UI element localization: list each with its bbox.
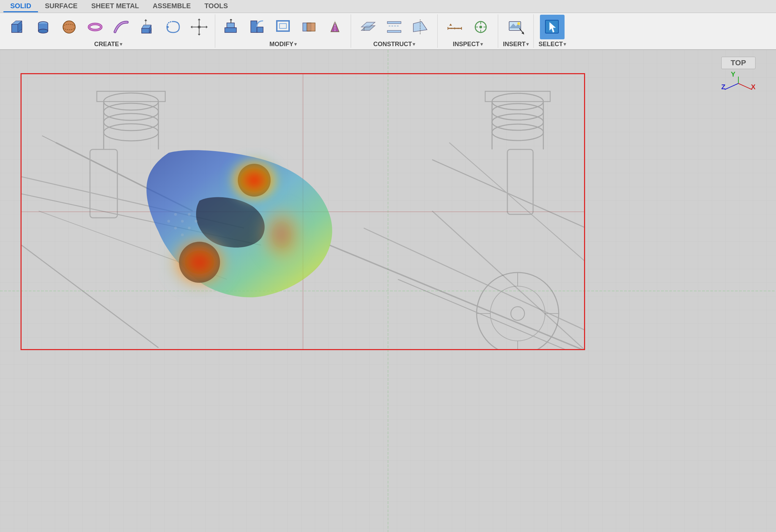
- select-label[interactable]: SELECT▾: [539, 41, 566, 48]
- svg-marker-28: [230, 19, 232, 20]
- insert-label[interactable]: INSERT▾: [503, 41, 529, 48]
- torus-tool-button[interactable]: [83, 15, 107, 39]
- modify-label[interactable]: MODIFY▾: [270, 41, 297, 48]
- svg-marker-24: [206, 26, 208, 28]
- crosshair-horizontal: [22, 212, 584, 212]
- insert-image-icon: [507, 18, 525, 36]
- press-pull-button[interactable]: [219, 15, 243, 39]
- construct-label[interactable]: CONSTRUCT▾: [373, 41, 415, 48]
- svg-point-110: [174, 213, 177, 216]
- svg-point-85: [492, 124, 543, 141]
- svg-line-75: [56, 143, 193, 211]
- draft-button[interactable]: [323, 15, 347, 39]
- mechanical-drawing-bg: [22, 74, 584, 349]
- svg-rect-41: [387, 30, 401, 32]
- svg-rect-77: [90, 149, 117, 218]
- svg-line-78: [22, 177, 244, 228]
- svg-rect-88: [485, 91, 550, 102]
- select-button[interactable]: [540, 15, 565, 39]
- svg-marker-21: [198, 18, 201, 20]
- create-label[interactable]: CREATE▾: [94, 41, 122, 48]
- revolve-icon: [164, 18, 182, 36]
- svg-line-81: [22, 245, 158, 348]
- svg-point-105: [181, 220, 184, 223]
- combine-button[interactable]: [297, 15, 321, 39]
- svg-line-89: [432, 160, 584, 228]
- svg-marker-51: [449, 24, 452, 26]
- svg-marker-16: [144, 19, 147, 21]
- insert-group: INSERT▾: [498, 14, 534, 48]
- svg-point-83: [492, 104, 543, 120]
- axis-lines: [721, 77, 755, 90]
- svg-marker-22: [198, 34, 201, 36]
- svg-marker-17: [167, 25, 169, 29]
- construct-plane-icon: [411, 18, 429, 36]
- insert-image-button[interactable]: [504, 15, 528, 39]
- select-group: SELECT▾: [534, 14, 571, 48]
- pipe-tool-button[interactable]: [109, 15, 133, 39]
- press-pull-icon: [222, 18, 240, 36]
- fillet-button[interactable]: [245, 15, 269, 39]
- revolve-tool-button[interactable]: [161, 15, 185, 39]
- svg-point-109: [188, 227, 191, 229]
- svg-point-114: [165, 231, 234, 293]
- svg-point-103: [238, 164, 271, 197]
- svg-line-94: [364, 228, 584, 331]
- torus-icon: [86, 18, 104, 36]
- svg-line-90: [449, 143, 584, 262]
- svg-point-115: [254, 201, 309, 269]
- svg-line-118: [738, 83, 752, 90]
- combine-icon: [300, 18, 318, 36]
- move-tool-button[interactable]: [187, 15, 211, 39]
- svg-point-97: [490, 286, 545, 341]
- box-icon: [8, 18, 26, 36]
- svg-point-68: [104, 93, 158, 110]
- svg-point-96: [477, 272, 559, 349]
- svg-line-76: [42, 136, 179, 204]
- inspect-landscape-button[interactable]: [468, 15, 493, 39]
- select-icon: [543, 18, 561, 36]
- sphere-tool-button[interactable]: [57, 15, 81, 39]
- svg-line-92: [432, 211, 584, 349]
- svg-point-5: [38, 29, 48, 33]
- modify-group: MODIFY▾: [215, 14, 351, 48]
- tab-assemble[interactable]: ASSEMBLE: [146, 1, 197, 12]
- box-tool-button[interactable]: [5, 15, 29, 39]
- move-icon: [190, 18, 208, 36]
- svg-point-104: [179, 242, 220, 283]
- svg-rect-31: [277, 21, 289, 31]
- tab-solid[interactable]: SOLID: [3, 1, 38, 12]
- svg-line-80: [39, 211, 227, 279]
- svg-rect-32: [280, 24, 286, 28]
- axis-x-label: X: [751, 83, 755, 91]
- midplane-icon: [385, 18, 403, 36]
- tab-tools[interactable]: TOOLS: [197, 1, 235, 12]
- svg-point-69: [104, 103, 158, 120]
- svg-point-8: [63, 21, 75, 33]
- svg-point-112: [195, 220, 197, 223]
- create-group: CREATE▾: [1, 14, 215, 48]
- svg-point-106: [188, 213, 191, 216]
- shell-button[interactable]: [271, 15, 295, 39]
- midplane-button[interactable]: [382, 15, 406, 39]
- offset-plane-button[interactable]: [356, 15, 380, 39]
- construct-plane-button[interactable]: [408, 15, 432, 39]
- construct-group: CONSTRUCT▾: [351, 14, 438, 48]
- cylinder-icon: [34, 18, 52, 36]
- svg-line-117: [725, 83, 738, 90]
- svg-point-108: [181, 234, 184, 236]
- measure-button[interactable]: [442, 15, 467, 39]
- svg-rect-25: [225, 28, 236, 32]
- extrude-tool-button[interactable]: [135, 15, 159, 39]
- viewport[interactable]: TOP Y Z X: [0, 50, 776, 532]
- svg-rect-29: [251, 21, 257, 32]
- axis-z-label: Z: [721, 83, 725, 91]
- tab-sheet-metal[interactable]: SHEET METAL: [85, 1, 146, 12]
- svg-rect-40: [387, 22, 401, 24]
- svg-point-82: [492, 93, 543, 110]
- toolbar-icons-row: CREATE▾: [0, 13, 776, 50]
- cylinder-tool-button[interactable]: [31, 15, 55, 39]
- svg-line-79: [22, 194, 261, 245]
- tab-surface[interactable]: SURFACE: [38, 1, 85, 12]
- inspect-label[interactable]: INSPECT▾: [453, 41, 482, 48]
